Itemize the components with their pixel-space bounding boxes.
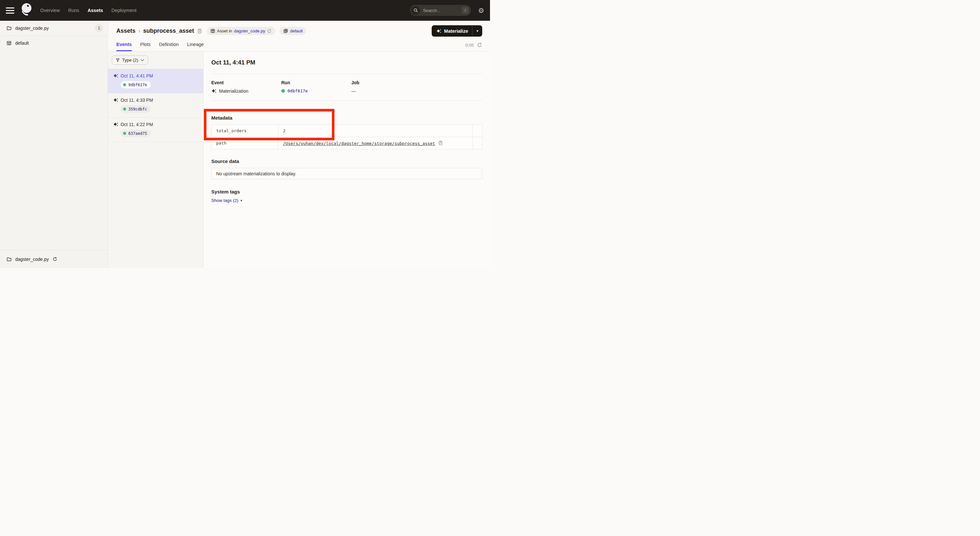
table-row: total_orders 2 — [212, 125, 482, 137]
tab-plots[interactable]: Plots — [140, 42, 151, 51]
event-list-item[interactable]: Oct 11, 4:33 PM 359cdbfc — [108, 93, 203, 118]
tab-definition[interactable]: Definition — [159, 42, 178, 51]
event-list-item[interactable]: Oct 11, 4:22 PM 637aed75 — [108, 118, 203, 142]
asset-tabs: Events Plots Definition Lineage 0:05 — [108, 42, 490, 51]
reload-location-icon[interactable] — [267, 29, 272, 33]
sidebar-item-label: dagster_code.py — [15, 25, 49, 31]
show-tags-toggle[interactable]: Show tags (2) ▾ — [211, 198, 242, 203]
run-success-dot — [281, 89, 285, 93]
primary-nav: Overview Runs Assets Deployment — [40, 8, 137, 13]
sidebar-item-code-location[interactable]: dagster_code.py 1 — [0, 21, 108, 36]
event-list-panel: Type (2) Oct 11, 4:41 PM — [108, 51, 204, 268]
search-placeholder: Search... — [423, 8, 462, 13]
job-column-label: Job — [351, 80, 421, 85]
run-id-link[interactable]: 359cdbfc — [128, 107, 147, 111]
nav-item-overview[interactable]: Overview — [40, 8, 60, 13]
folder-icon — [6, 25, 12, 31]
source-data-empty-state: No upstream materializations to display. — [211, 168, 482, 179]
run-id-link[interactable]: 9dbf617e — [288, 89, 308, 93]
run-success-dot — [123, 132, 126, 135]
run-success-dot — [123, 108, 126, 110]
asset-location-badge[interactable]: Asset in dagster_code.py — [207, 27, 275, 35]
breadcrumb-separator: › — [138, 28, 140, 34]
folder-icon — [6, 257, 12, 262]
reload-icon[interactable] — [52, 257, 57, 261]
copy-asset-name-icon[interactable] — [197, 28, 202, 34]
type-filter-button[interactable]: Type (2) — [112, 56, 148, 65]
settings-gear-icon[interactable]: ⚙ — [478, 7, 484, 14]
source-data-heading: Source data — [211, 159, 482, 164]
show-tags-label: Show tags (2) — [211, 198, 238, 203]
event-detail-heading: Oct 11, 4:41 PM — [211, 59, 482, 66]
asset-in-label: Asset in — [217, 29, 232, 33]
metadata-key: total_orders — [212, 125, 278, 137]
type-filter-label: Type (2) — [122, 58, 138, 62]
run-column-label: Run — [281, 80, 351, 85]
metadata-value: /Users/yuhan/dev/local/dagster_home/stor… — [278, 137, 473, 150]
run-id-pill[interactable]: 9dbf617e — [121, 81, 151, 89]
event-list-item[interactable]: Oct 11, 4:41 PM 9dbf617e — [108, 69, 203, 93]
event-timestamp: Oct 11, 4:33 PM — [121, 97, 153, 103]
code-location-link[interactable]: dagster_code.py — [234, 29, 265, 33]
refresh-countdown: 0:05 — [465, 43, 474, 48]
run-id-link[interactable]: 637aed75 — [128, 131, 147, 136]
filter-funnel-icon — [116, 58, 120, 62]
materialization-sparkle-icon — [113, 97, 118, 103]
run-success-dot — [123, 83, 126, 86]
breadcrumb: Assets › subprocess_asset — [116, 27, 202, 34]
search-icon — [411, 6, 420, 15]
materialize-split-button: Materialize ▾ — [432, 25, 482, 37]
footer-code-location-label: dagster_code.py — [15, 257, 49, 262]
nav-item-deployment[interactable]: Deployment — [111, 8, 137, 13]
system-tags-heading: System tags — [211, 189, 482, 194]
metadata-heading: Metadata — [211, 115, 482, 121]
search-shortcut-key: / — [462, 7, 469, 14]
event-detail-panel: Oct 11, 4:41 PM Event Materialization — [204, 51, 490, 268]
breadcrumb-assets-link[interactable]: Assets — [116, 27, 135, 34]
run-id-pill[interactable]: 359cdbfc — [121, 105, 151, 113]
sidebar-item-group-default[interactable]: default — [0, 36, 108, 51]
group-default-link[interactable]: default — [290, 29, 303, 33]
event-timestamp: Oct 11, 4:22 PM — [121, 122, 153, 127]
asset-page-header: Assets › subprocess_asset Asset in dagst… — [108, 21, 490, 37]
metadata-table: total_orders 2 path /Users/yuhan/dev/loc… — [211, 124, 482, 150]
run-id-pill[interactable]: 637aed75 — [121, 130, 151, 137]
search-input[interactable]: Search... / — [410, 5, 471, 16]
materialize-label: Materialize — [444, 29, 468, 34]
nav-item-runs[interactable]: Runs — [68, 8, 79, 13]
group-layers-icon — [283, 29, 288, 33]
nav-item-assets[interactable]: Assets — [88, 8, 103, 13]
menu-icon[interactable] — [6, 8, 14, 14]
job-empty-value: — — [351, 89, 356, 94]
asset-count-badge: 1 — [95, 24, 103, 32]
tab-events[interactable]: Events — [116, 42, 132, 51]
materialization-sparkle-icon — [113, 122, 118, 127]
table-row: path /Users/yuhan/dev/local/dagster_home… — [212, 137, 482, 150]
materialize-button[interactable]: Materialize — [432, 29, 472, 34]
dagster-logo-icon[interactable] — [19, 2, 34, 19]
copy-path-icon[interactable] — [438, 140, 443, 145]
event-type-value: Materialization — [219, 89, 248, 94]
top-navigation: Overview Runs Assets Deployment Search..… — [0, 0, 490, 21]
event-timestamp: Oct 11, 4:41 PM — [121, 73, 153, 78]
materialization-sparkle-icon — [211, 89, 216, 94]
refresh-icon[interactable] — [477, 43, 482, 48]
materialize-dropdown-caret[interactable]: ▾ — [473, 29, 482, 33]
metadata-key: path — [212, 137, 278, 150]
asset-group-icon — [6, 40, 12, 46]
page-title: subprocess_asset — [143, 27, 194, 34]
materialization-sparkle-icon — [436, 29, 441, 34]
job-grid-icon — [210, 29, 215, 33]
sidebar-item-label: default — [15, 40, 29, 46]
event-column-label: Event — [211, 80, 281, 85]
tab-lineage[interactable]: Lineage — [187, 42, 204, 51]
caret-down-icon: ▾ — [240, 199, 242, 202]
run-id-link[interactable]: 9dbf617e — [128, 83, 147, 87]
sidebar-code-location-footer[interactable]: dagster_code.py — [0, 250, 108, 268]
metadata-value: 2 — [278, 125, 473, 137]
materialization-sparkle-icon — [113, 73, 118, 78]
path-link[interactable]: /Users/yuhan/dev/local/dagster_home/stor… — [283, 141, 435, 146]
chevron-down-icon — [141, 59, 144, 62]
asset-group-badge[interactable]: default — [280, 27, 306, 35]
asset-catalog-sidebar: dagster_code.py 1 default dagster_code.p… — [0, 21, 108, 268]
